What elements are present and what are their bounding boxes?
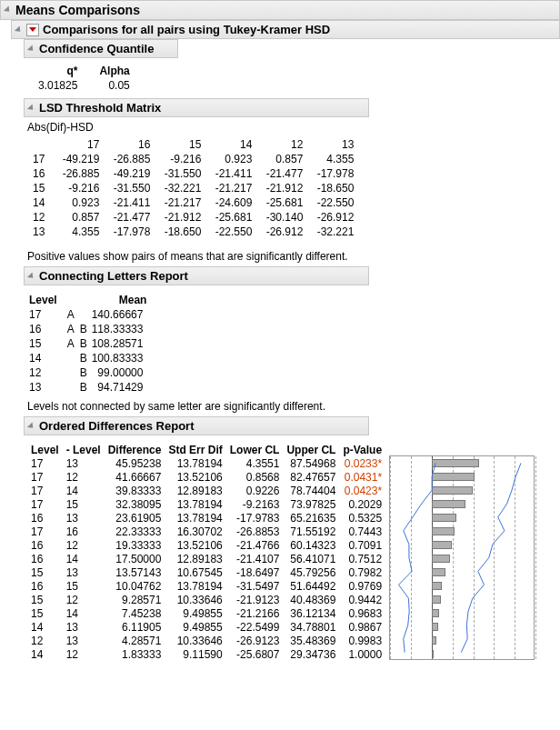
odr-chart: [389, 455, 535, 660]
clr-note: Levels not connected by same letter are …: [0, 400, 560, 416]
conf-quantile-header[interactable]: Confidence Quantile: [24, 39, 178, 58]
disclosure-icon[interactable]: [27, 272, 35, 280]
disclosure-icon[interactable]: [4, 5, 12, 14]
lsd-note: Positive values show pairs of means that…: [0, 245, 560, 266]
odr-title: Ordered Differences Report: [39, 419, 195, 433]
alpha-value: 0.05: [83, 78, 135, 93]
conf-title: Confidence Quantile: [39, 42, 154, 55]
lsd-subtitle: Abs(Dif)-HSD: [27, 121, 560, 135]
alpha-label: Alpha: [83, 64, 135, 78]
q-value: 3.01825: [33, 78, 83, 93]
odr-table: Level- LevelDifferenceStd Err DifLower C…: [27, 443, 385, 662]
clr-table: LevelMean17A140.6666716AB118.3333315AB10…: [27, 293, 150, 395]
q-label: q*: [33, 64, 83, 78]
tukey-title: Comparisons for all pairs using Tukey-Kr…: [43, 23, 330, 36]
lsd-header[interactable]: LSD Threshold Matrix: [24, 98, 369, 117]
lsd-table: 17161514121317-49.219-26.885-9.2160.9230…: [27, 137, 359, 239]
disclosure-icon[interactable]: [27, 422, 35, 430]
conf-quantile-body: q* Alpha 3.01825 0.05: [0, 58, 560, 98]
lsd-body: Abs(Dif)-HSD 17161514121317-49.219-26.88…: [0, 117, 560, 245]
clr-header[interactable]: Connecting Letters Report: [24, 266, 369, 285]
disclosure-icon[interactable]: [27, 45, 35, 53]
tukey-header[interactable]: Comparisons for all pairs using Tukey-Kr…: [11, 20, 560, 39]
means-title: Means Comparisons: [15, 3, 140, 17]
hotspot-icon[interactable]: [26, 24, 39, 36]
clr-body: LevelMean17A140.6666716AB118.3333315AB10…: [0, 285, 560, 400]
clr-title: Connecting Letters Report: [39, 269, 188, 283]
disclosure-icon[interactable]: [15, 25, 23, 34]
means-comparisons-header[interactable]: Means Comparisons: [0, 0, 560, 20]
odr-header[interactable]: Ordered Differences Report: [24, 416, 369, 435]
disclosure-icon[interactable]: [27, 104, 35, 112]
lsd-title: LSD Threshold Matrix: [39, 101, 161, 115]
